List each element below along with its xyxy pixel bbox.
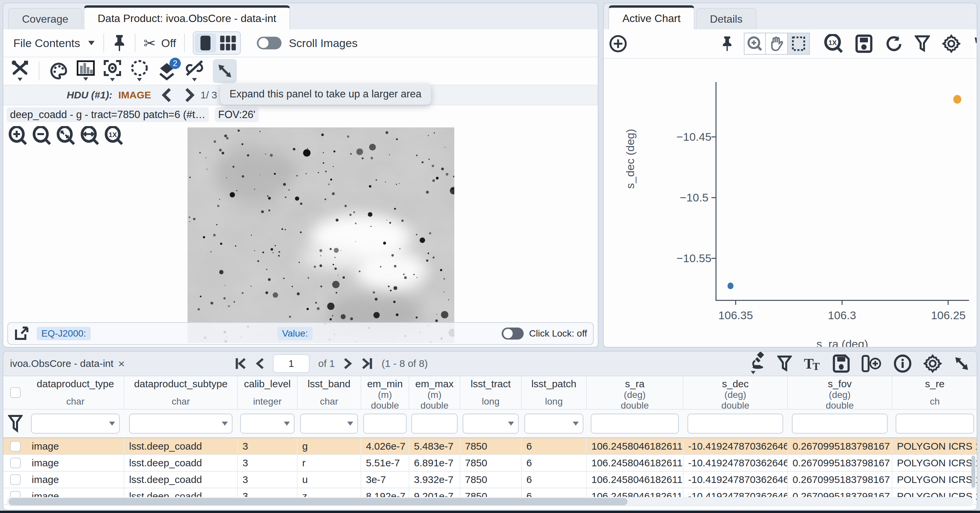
zoom-out-icon[interactable] [32,126,51,145]
table-cell-s_fov[interactable]: 0.2670995183798167 [788,438,892,454]
table-tab-label[interactable]: ivoa.ObsCore - data-int [10,358,113,369]
single-image-layout-button[interactable] [195,33,216,53]
table-cell-em_max[interactable]: 6.891e-7 [409,455,460,471]
chart-save-icon[interactable] [855,34,873,53]
chart-point-data-point[interactable] [727,282,733,289]
table-cell-lsst_band[interactable]: g [298,438,361,454]
scroll-images-toggle[interactable] [257,37,282,49]
filter-select-dataproduct_type[interactable] [31,414,120,433]
tab-details[interactable]: Details [696,8,757,29]
table-cell-dataproduct_type[interactable]: image [27,455,124,471]
chart-zoom-tool-button[interactable] [744,33,766,55]
filter-input-em_max[interactable] [411,414,458,433]
table-cell-lsst_tract[interactable]: 7850 [460,438,522,454]
select-all-cell[interactable] [3,376,27,409]
pin-icon[interactable] [112,34,127,52]
filter-select-calib_level[interactable] [240,414,294,433]
tab-data-product[interactable]: Data Product: ivoa.ObsCore - data-int [84,5,290,29]
table-row[interactable]: imagelsst.deep_coadd3u3e-73.932e-7785061… [3,472,977,488]
column-header-s_ra[interactable]: s_ra(deg)double [587,376,684,409]
chart-plot[interactable]: −10.45−10.5−10.55106.35106.3106.25 [716,82,969,301]
filter-input-s_ra[interactable] [591,414,679,433]
table-cell-s_re[interactable]: POLYGON ICRS 10 [892,438,977,454]
table-cell-em_min[interactable]: 4.026e-7 [361,438,409,454]
filter-input-em_min[interactable] [363,414,407,433]
analyze-menu-button[interactable] [749,352,766,375]
table-cell-lsst_patch[interactable]: 6 [522,438,587,454]
expand-panel-button[interactable] [213,59,237,83]
chart-zoom-original-icon[interactable]: 1X [824,34,843,53]
table-cell-s_ra[interactable]: 106.24580461826118 [587,455,684,471]
row-checkbox[interactable] [10,441,21,452]
crop-icon[interactable]: ✂ [143,35,156,52]
filter-select-lsst_patch[interactable] [524,414,584,433]
chart-point-selected-point[interactable] [953,95,961,104]
table-cell-dataproduct_type[interactable]: image [27,472,124,488]
table-settings-icon[interactable] [923,354,942,373]
table-cell-dataproduct_subtype[interactable]: lsst.deep_coadd [124,455,238,471]
close-table-icon[interactable]: × [118,357,125,370]
column-header-s_dec[interactable]: s_dec(deg)double [684,376,788,409]
table-filter-icon[interactable] [777,355,792,372]
select-region-button[interactable] [130,60,149,82]
column-header-em_min[interactable]: em_min(m)double [361,376,409,409]
table-cell-s_dec[interactable]: -10.419247870362646 [684,472,788,488]
table-cell-s_fov[interactable]: 0.2670995183798167 [788,455,892,471]
table-expand-icon[interactable] [953,355,970,372]
table-cell-em_min[interactable]: 5.51e-7 [361,455,409,471]
chart-settings-icon[interactable] [942,34,961,53]
first-page-icon[interactable] [235,357,247,370]
table-cell-dataproduct_subtype[interactable]: lsst.deep_coadd [124,472,238,488]
filter-funnel-cell[interactable] [3,409,27,437]
table-cell-s_dec[interactable]: -10.419247870362646 [684,455,788,471]
horizontal-scrollbar-thumb[interactable] [9,498,627,505]
column-header-s_re[interactable]: s_rech [892,376,977,409]
filter-input-s_fov[interactable] [792,414,887,433]
chart-pan-tool-button[interactable] [766,33,788,55]
click-lock-toggle[interactable] [502,328,524,339]
column-header-calib_level[interactable]: calib_levelinteger [238,376,298,409]
text-view-icon[interactable]: TT [803,356,821,371]
chart-restore-icon[interactable] [885,35,903,53]
file-contents-dropdown-label[interactable]: File Contents [13,37,80,50]
chart-area[interactable]: −10.45−10.5−10.55106.35106.3106.25 s_dec… [604,59,977,347]
table-cell-lsst_patch[interactable]: 6 [522,455,587,471]
table-cell-dataproduct_type[interactable]: image [27,438,124,454]
table-save-icon[interactable] [832,354,850,373]
column-header-em_max[interactable]: em_max(m)double [409,376,460,409]
vertical-scrollbar-thumb[interactable] [971,456,975,488]
image-display-area[interactable]: deep_coadd - g - tract=7850 patch=6 (#t…… [3,105,598,347]
row-checkbox-cell[interactable] [3,438,27,454]
table-cell-em_min[interactable]: 3e-7 [361,472,409,488]
next-hdu-button[interactable] [185,88,194,102]
horizontal-scrollbar[interactable] [7,497,973,506]
row-checkbox-cell[interactable] [3,472,27,488]
external-link-icon[interactable] [14,326,29,341]
column-header-s_fov[interactable]: s_fov(deg)double [788,376,892,409]
table-cell-s_re[interactable]: POLYGON ICRS 10 [892,455,977,471]
table-cell-calib_level[interactable]: 3 [238,455,298,471]
row-checkbox[interactable] [10,458,21,468]
table-cell-calib_level[interactable]: 3 [238,438,298,454]
tab-active-chart[interactable]: Active Chart [608,5,694,29]
filter-select-lsst_band[interactable] [300,414,358,433]
add-column-icon[interactable] [861,355,882,373]
filter-select-dataproduct_subtype[interactable] [129,414,233,433]
filter-select-lsst_tract[interactable] [463,414,519,433]
table-cell-lsst_tract[interactable]: 7850 [460,455,522,471]
tab-coverage[interactable]: Coverage [8,8,83,29]
table-cell-lsst_patch[interactable]: 6 [522,472,587,488]
table-cell-s_fov[interactable]: 0.2670995183798167 [788,472,892,488]
grid-image-layout-button[interactable] [218,33,239,53]
table-cell-lsst_band[interactable]: r [298,455,361,471]
chart-expand-icon[interactable] [973,35,977,52]
add-chart-icon[interactable] [609,35,627,53]
chart-filter-icon[interactable] [915,35,930,53]
tools-menu-button[interactable] [11,60,29,82]
table-info-icon[interactable] [893,354,912,373]
column-header-dataproduct_subtype[interactable]: dataproduct_subtypechar [124,376,238,409]
filter-input-s_re[interactable] [896,414,974,433]
previous-hdu-button[interactable] [162,88,172,102]
table-cell-s_ra[interactable]: 106.24580461826118 [587,438,684,454]
table-cell-dataproduct_subtype[interactable]: lsst.deep_coadd [124,438,238,454]
